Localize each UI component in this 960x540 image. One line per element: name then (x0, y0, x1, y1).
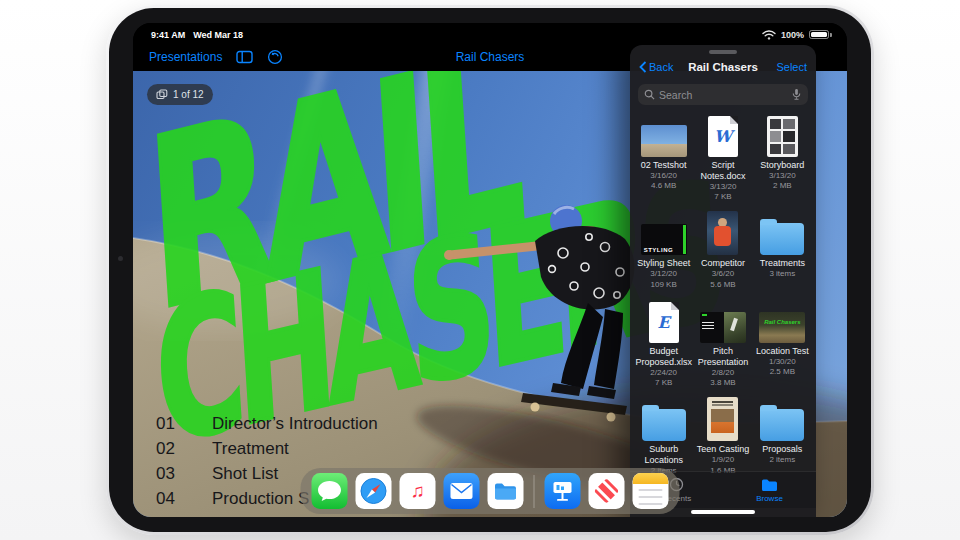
files-app-icon[interactable] (488, 473, 524, 509)
presentation-thumbnail (700, 299, 746, 343)
battery-icon (809, 30, 829, 40)
excel-doc-thumbnail: E (649, 299, 679, 343)
file-item[interactable]: Rail Chasers Location Test 1/30/20 2.5 M… (754, 299, 811, 388)
mail-app-icon[interactable] (444, 473, 480, 509)
ipad-bezel: 9:41 AM Wed Mar 18 100% Presentations (109, 8, 871, 532)
battery-percent: 100% (781, 30, 804, 40)
undo-icon[interactable] (267, 49, 283, 65)
poster-thumbnail (707, 397, 738, 441)
word-doc-thumbnail: W (708, 113, 738, 157)
file-item[interactable]: Teen Casting 1/9/20 1.6 MB (694, 397, 751, 476)
folder-item[interactable]: Suburb Locations 2 items (635, 397, 692, 476)
microphone-icon[interactable] (791, 88, 802, 101)
tab-browse[interactable]: Browse (723, 472, 816, 508)
folder-icon (761, 478, 778, 492)
file-item[interactable]: E Budget Proposed.xlsx 2/24/20 7 KB (635, 299, 692, 388)
dock: ♫ (301, 468, 680, 514)
agenda-row: 02Treatment (156, 436, 378, 461)
files-panel: Back Rail Chasers Select Search 02 Tests… (630, 45, 816, 517)
files-header: Back Rail Chasers Select (630, 57, 816, 77)
select-button[interactable]: Select (776, 61, 807, 73)
status-time: 9:41 AM (151, 30, 185, 40)
notes-app-icon[interactable] (633, 473, 669, 509)
slides-icon (156, 89, 168, 100)
folder-icon (760, 211, 804, 255)
file-item[interactable]: W Script Notes.docx 3/13/20 7 KB (694, 113, 751, 202)
video-thumbnail: Rail Chasers (759, 299, 805, 343)
files-grid: 02 Testshot 3/16/20 4.6 MB W Script Note… (630, 109, 816, 476)
folder-icon (760, 397, 804, 441)
search-field[interactable]: Search (638, 84, 808, 105)
search-placeholder: Search (659, 89, 787, 101)
photo-thumbnail (707, 211, 738, 255)
news-app-icon[interactable] (589, 473, 625, 509)
folder-icon (642, 397, 686, 441)
chevron-left-icon (639, 61, 647, 73)
sidebar-toggle-icon[interactable] (236, 50, 253, 64)
status-bar: 9:41 AM Wed Mar 18 100% (133, 23, 847, 43)
status-date: Wed Mar 18 (193, 30, 243, 40)
file-item[interactable]: Storyboard 3/13/20 2 MB (754, 113, 811, 202)
storyboard-thumbnail (767, 113, 798, 157)
ipad-device: 9:41 AM Wed Mar 18 100% Presentations (106, 5, 874, 535)
presentations-button[interactable]: Presentations (149, 50, 222, 64)
wifi-icon (762, 30, 776, 40)
messages-app-icon[interactable] (312, 473, 348, 509)
file-item[interactable]: 02 Testshot 3/16/20 4.6 MB (635, 113, 692, 202)
back-button[interactable]: Back (639, 61, 673, 73)
agenda-row: 01Director’s Introduction (156, 411, 378, 436)
styling-sheet-thumbnail: STYLING (641, 211, 687, 255)
file-item[interactable]: Pitch Presentation 2/8/20 3.8 MB (694, 299, 751, 388)
front-camera (118, 256, 123, 261)
file-item[interactable]: Competitor 3/6/20 5.6 MB (694, 211, 751, 290)
slide-counter-badge[interactable]: 1 of 12 (147, 84, 213, 105)
panel-bottom-grabber[interactable] (691, 510, 755, 514)
folder-item[interactable]: Treatments 3 items (754, 211, 811, 290)
slide-counter-label: 1 of 12 (173, 89, 204, 100)
folder-item[interactable]: Proposals 2 items (754, 397, 811, 476)
file-item[interactable]: STYLING Styling Sheet 3/12/20 109 KB (635, 211, 692, 290)
panel-drag-handle[interactable] (709, 50, 737, 54)
dock-divider (534, 475, 535, 508)
search-icon (644, 89, 655, 100)
image-thumbnail (641, 113, 687, 157)
music-app-icon[interactable]: ♫ (400, 473, 436, 509)
keynote-app-icon[interactable] (545, 473, 581, 509)
ipad-screen: 9:41 AM Wed Mar 18 100% Presentations (133, 23, 847, 517)
safari-app-icon[interactable] (356, 473, 392, 509)
